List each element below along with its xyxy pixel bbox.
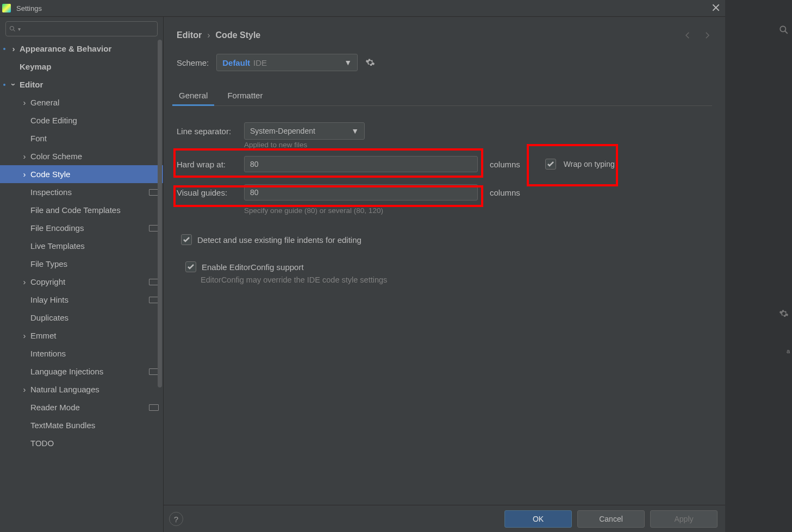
close-icon <box>712 4 720 11</box>
chevron-right-icon: › <box>10 44 17 53</box>
chevron-right-icon: › <box>21 152 28 161</box>
scheme-scope: IDE <box>253 58 267 67</box>
chevron-down-icon: ▼ <box>351 127 359 135</box>
columns-label: columns <box>490 160 520 169</box>
wrap-on-typing-label: Wrap on typing <box>564 160 615 168</box>
breadcrumb: Editor › Code Style <box>177 30 260 40</box>
tree-font[interactable]: Font <box>0 129 163 147</box>
tree-live-templates[interactable]: Live Templates <box>0 237 163 255</box>
gear-icon <box>779 309 789 318</box>
editorconfig-checkbox[interactable] <box>185 261 196 272</box>
ok-button[interactable]: OK <box>504 510 572 528</box>
tab-general[interactable]: General <box>177 86 210 105</box>
tabs: General Formatter <box>177 86 712 106</box>
breadcrumb-leaf: Code Style <box>216 30 261 40</box>
tree-copyright[interactable]: › Copyright <box>0 273 163 291</box>
tree-editor[interactable]: › Editor <box>0 76 163 93</box>
dialog-footer: ? OK Cancel Apply <box>164 505 725 532</box>
gear-icon[interactable] <box>365 58 375 67</box>
detect-indents-label: Detect and use existing file indents for… <box>197 235 361 245</box>
check-icon <box>547 161 554 167</box>
visual-guides-label: Visual guides: <box>177 188 236 197</box>
nav-back-icon[interactable] <box>683 30 693 40</box>
visual-guides-field[interactable] <box>244 184 478 201</box>
cancel-button[interactable]: Cancel <box>577 510 645 528</box>
scheme-label: Scheme: <box>177 58 209 67</box>
chevron-right-icon: › <box>207 30 210 40</box>
svg-point-0 <box>10 27 14 30</box>
gutter-label: a <box>787 348 790 354</box>
chevron-right-icon: › <box>21 331 28 340</box>
chevron-right-icon: › <box>21 385 28 394</box>
close-button[interactable] <box>712 4 720 13</box>
check-icon <box>183 237 190 242</box>
svg-point-1 <box>780 26 785 32</box>
chevron-down-icon: ▼ <box>344 58 352 67</box>
line-separator-value: System-Dependent <box>250 127 315 135</box>
settings-dialog: Settings ▾ › Appearance & Behavior <box>0 0 725 532</box>
apply-button[interactable]: Apply <box>650 510 718 528</box>
tree-inlay-hints[interactable]: Inlay Hints <box>0 291 163 309</box>
line-separator-label: Line separator: <box>177 127 236 136</box>
editorconfig-label: Enable EditorConfig support <box>202 262 304 272</box>
check-icon <box>188 264 194 270</box>
search-icon <box>9 26 16 32</box>
search-input[interactable]: ▾ <box>5 21 158 36</box>
nav-forward-icon[interactable] <box>702 30 712 40</box>
chevron-right-icon: › <box>21 277 28 286</box>
titlebar: Settings <box>0 0 725 17</box>
background-gutter: a <box>725 0 792 532</box>
tree-file-types[interactable]: File Types <box>0 255 163 273</box>
chevron-down-icon: › <box>9 81 18 89</box>
tree-emmet[interactable]: › Emmet <box>0 327 163 345</box>
tree-reader-mode[interactable]: Reader Mode <box>0 398 163 416</box>
tree-natural-languages[interactable]: › Natural Languages <box>0 380 163 398</box>
scheme-dropdown[interactable]: Default IDE ▼ <box>216 54 358 71</box>
help-button[interactable]: ? <box>169 512 183 526</box>
chevron-right-icon: › <box>21 98 28 107</box>
line-separator-dropdown[interactable]: System-Dependent ▼ <box>244 122 365 140</box>
tree-file-encodings[interactable]: File Encodings <box>0 219 163 237</box>
tree-duplicates[interactable]: Duplicates <box>0 309 163 327</box>
dialog-title: Settings <box>16 4 42 12</box>
breadcrumb-root[interactable]: Editor <box>177 30 202 40</box>
search-icon <box>779 25 789 35</box>
detect-indents-checkbox[interactable] <box>181 234 192 245</box>
tree-code-style[interactable]: › Code Style <box>0 165 163 183</box>
sidebar-scrollbar[interactable] <box>158 40 162 532</box>
tab-formatter[interactable]: Formatter <box>225 86 265 105</box>
tree-keymap[interactable]: Keymap <box>0 58 163 76</box>
visual-guides-hint: Specify one guide (80) or several (80, 1… <box>244 206 712 215</box>
scheme-name: Default <box>222 58 250 67</box>
tree-inspections[interactable]: Inspections <box>0 183 163 201</box>
wrap-on-typing-checkbox[interactable] <box>545 159 556 170</box>
hard-wrap-field[interactable] <box>244 156 478 172</box>
tree-intentions[interactable]: Intentions <box>0 345 163 362</box>
columns-label-2: columns <box>490 188 520 197</box>
editorconfig-note: EditorConfig may override the IDE code s… <box>201 276 712 284</box>
chevron-right-icon: › <box>21 170 28 179</box>
tree-code-editing[interactable]: Code Editing <box>0 111 163 129</box>
content-panel: Editor › Code Style Scheme: Default IDE … <box>164 17 725 532</box>
hard-wrap-label: Hard wrap at: <box>177 160 236 169</box>
tree-file-templates[interactable]: File and Code Templates <box>0 201 163 219</box>
tree-textmate[interactable]: TextMate Bundles <box>0 416 163 434</box>
tree-lang-injections[interactable]: Language Injections <box>0 362 163 380</box>
tree-general[interactable]: › General <box>0 93 163 111</box>
settings-sidebar: ▾ › Appearance & Behavior Keymap › Edit <box>0 17 164 532</box>
settings-tree: › Appearance & Behavior Keymap › Editor … <box>0 40 163 532</box>
tree-todo[interactable]: TODO <box>0 434 163 452</box>
tree-appearance-behavior[interactable]: › Appearance & Behavior <box>0 40 163 58</box>
app-icon <box>2 4 11 12</box>
tree-color-scheme[interactable]: › Color Scheme <box>0 147 163 165</box>
